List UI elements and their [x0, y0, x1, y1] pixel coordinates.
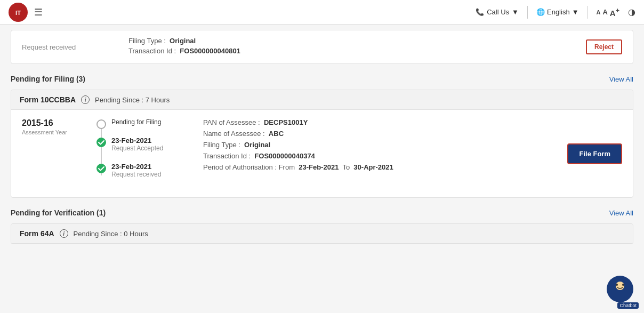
svg-point-3 — [96, 138, 106, 147]
timeline-content-accepted: 23-Feb-2021 Request Accepted — [111, 137, 163, 163]
pending-verification-view-all[interactable]: View All — [609, 209, 633, 217]
svg-point-4 — [96, 164, 106, 173]
form-64a-name: Form 64A — [20, 229, 54, 238]
timeline-content-received: 23-Feb-2021 Request received — [111, 163, 161, 189]
timeline-dot-pending — [96, 119, 106, 129]
contrast-button[interactable]: ◑ — [628, 7, 635, 17]
auth-from: 23-Feb-2021 — [299, 163, 339, 171]
pan-label: PAN of Assessee : — [203, 118, 260, 126]
divider — [527, 6, 528, 19]
svg-text:IT: IT — [15, 10, 21, 16]
header-controls: 📞 Call Us ▼ 🌐 English ▼ A A A+ ◑ — [476, 6, 635, 19]
pending-filing-section-header: Pending for Filing (3) View All — [11, 75, 633, 83]
language-button[interactable]: 🌐 English ▼ — [536, 8, 579, 16]
call-us-button[interactable]: 📞 Call Us ▼ — [476, 8, 519, 16]
divider2 — [587, 6, 588, 19]
top-filing-type: Filing Type : Original — [128, 37, 565, 45]
timeline-item-pending: Pending for Filing — [96, 118, 192, 137]
top-transaction-id-label: Transaction Id : — [128, 47, 176, 55]
transaction-id: Transaction Id : FOS000000040374 — [203, 152, 557, 160]
font-small-button[interactable]: A — [597, 9, 601, 15]
pending-verification-title: Pending for Verification (1) — [11, 208, 106, 217]
pending-filing-title: Pending for Filing (3) — [11, 75, 85, 83]
form-10ccbba-name: Form 10CCBBA — [20, 95, 76, 104]
timeline-dot-received — [96, 164, 106, 173]
transaction-id-value: FOS000000040374 — [254, 152, 315, 160]
assessment-year-label: Assessment Year — [22, 129, 86, 135]
lang-chevron-icon: ▼ — [572, 8, 579, 16]
form-64a-card: Form 64A i Pending Since : 0 Hours — [11, 223, 633, 244]
filing-type-value: Original — [244, 141, 270, 149]
top-filing-type-label: Filing Type : — [128, 37, 166, 45]
phone-icon: 📞 — [476, 8, 484, 16]
pan-value: DECPS1001Y — [264, 118, 308, 126]
pending-verification-section-header: Pending for Verification (1) View All — [11, 208, 633, 217]
form-64a-info-icon[interactable]: i — [60, 229, 68, 238]
top-card-details: Filing Type : Original Transaction Id : … — [128, 37, 565, 57]
header: IT ☰ 📞 Call Us ▼ 🌐 English ▼ A A A+ ◑ — [0, 0, 644, 25]
filing-type: Filing Type : Original — [203, 141, 557, 149]
timeline-status-pending: Pending for Filing — [111, 118, 161, 126]
top-transaction-id: Transaction Id : FOS000000040801 — [128, 47, 565, 55]
font-controls: A A A+ — [597, 7, 620, 18]
reject-button[interactable]: Reject — [586, 39, 622, 54]
filing-type-label: Filing Type : — [203, 141, 240, 149]
timeline-date-received: 23-Feb-2021 — [111, 163, 161, 171]
form-10ccbba-details: PAN of Assessee : DECPS1001Y Name of Ass… — [203, 118, 557, 174]
pan-assessee: PAN of Assessee : DECPS1001Y — [203, 118, 557, 126]
timeline-status-accepted: Request Accepted — [111, 145, 163, 152]
timeline-dot-accepted — [96, 138, 106, 147]
timeline-content-pending: Pending for Filing — [111, 118, 161, 137]
top-card: Request received Filing Type : Original … — [11, 30, 633, 64]
top-transaction-id-value: FOS000000040801 — [180, 47, 240, 55]
name-label: Name of Assessee : — [203, 130, 265, 138]
form-10ccbba-body: 2015-16 Assessment Year Pending for Fili… — [11, 110, 633, 197]
top-filing-type-value: Original — [170, 37, 196, 45]
font-medium-button[interactable]: A — [602, 8, 607, 16]
globe-icon: 🌐 — [536, 8, 545, 16]
main-content: Request received Filing Type : Original … — [0, 25, 644, 263]
transaction-id-label: Transaction Id : — [203, 152, 251, 160]
form-64a-pending-since: Pending Since : 0 Hours — [74, 230, 148, 238]
timeline-date-accepted: 23-Feb-2021 — [111, 137, 163, 145]
form-10ccbba-card: Form 10CCBBA i Pending Since : 7 Hours 2… — [11, 90, 633, 198]
auth-to: 30-Apr-2021 — [353, 163, 393, 171]
name-value: ABC — [269, 130, 284, 138]
timeline-item-accepted: 23-Feb-2021 Request Accepted — [96, 137, 192, 163]
assessment-year-block: 2015-16 Assessment Year — [22, 118, 86, 135]
form-10ccbba-pending-since: Pending Since : 7 Hours — [95, 96, 170, 104]
assessment-year-value: 2015-16 — [22, 118, 86, 128]
font-large-button[interactable]: A+ — [610, 7, 619, 18]
call-us-chevron-icon: ▼ — [512, 8, 519, 16]
file-form-button[interactable]: File Form — [567, 143, 622, 164]
pending-filing-view-all[interactable]: View All — [609, 75, 633, 83]
language-label: English — [547, 8, 570, 16]
timeline-status-received: Request received — [111, 171, 161, 178]
auth-period-label: Period of Authorisation : From — [203, 163, 295, 171]
top-card-left-text: Request received — [22, 43, 107, 51]
name-assessee: Name of Assessee : ABC — [203, 130, 557, 138]
form-10ccbba-header: Form 10CCBBA i Pending Since : 7 Hours — [11, 90, 633, 110]
auth-to-label: To — [342, 163, 350, 171]
filing-timeline: Pending for Filing 23-Feb-2021 Request A… — [96, 118, 192, 189]
form-64a-header: Form 64A i Pending Since : 0 Hours — [11, 224, 633, 244]
auth-period: Period of Authorisation : From 23-Feb-20… — [203, 163, 557, 171]
call-us-label: Call Us — [487, 8, 509, 16]
form-10ccbba-info-icon[interactable]: i — [81, 95, 90, 104]
hamburger-menu-icon[interactable]: ☰ — [34, 6, 43, 18]
logo: IT — [9, 3, 28, 22]
timeline-item-received: 23-Feb-2021 Request received — [96, 163, 192, 189]
